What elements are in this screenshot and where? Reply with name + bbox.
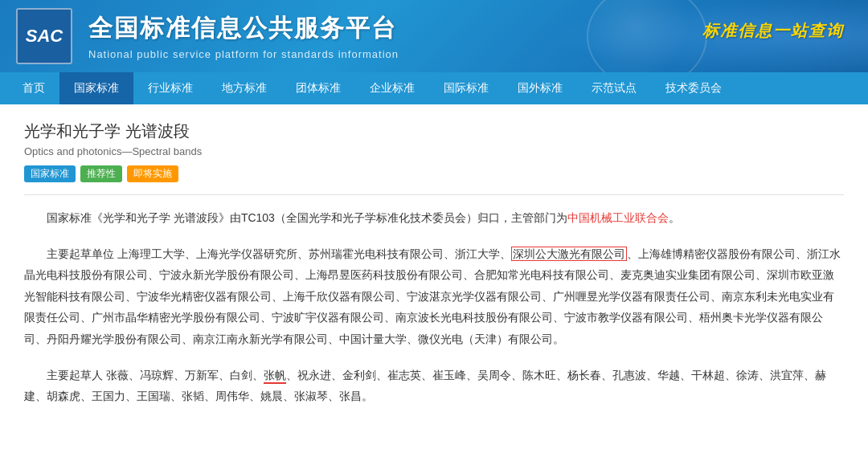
nav-item-international[interactable]: 国际标准 bbox=[429, 72, 503, 104]
divider-1 bbox=[24, 194, 844, 195]
nav-item-demo[interactable]: 示范试点 bbox=[577, 72, 651, 104]
paragraph-1-text: 国家标准《光学和光子学 光谱波段》由TC103（全国光学和光子学标准化技术委员会… bbox=[47, 211, 567, 224]
header-title-cn: 全国标准信息公共服务平台 bbox=[88, 12, 399, 45]
nav-item-national[interactable]: 国家标准 bbox=[59, 72, 133, 104]
nav-item-home[interactable]: 首页 bbox=[8, 72, 59, 104]
highlight-shenzhen: 深圳公大激光有限公司 bbox=[511, 247, 627, 261]
page-title-en: Optics and photonics—Spectral bands bbox=[24, 145, 844, 157]
sac-logo: SAC bbox=[16, 8, 72, 64]
badge-group: 国家标准 推荐性 即将实施 bbox=[24, 165, 844, 182]
badge-upcoming: 即将实施 bbox=[127, 165, 178, 182]
paragraph-3: 主要起草人 张薇、冯琼辉、万新军、白剑、张帆、祝永进、金利剑、崔志英、崔玉峰、吴… bbox=[24, 365, 844, 407]
header-slogan: 标准信息一站查询 bbox=[702, 20, 844, 42]
paragraph-2-rest: 、上海雄博精密仪器股份有限公司、浙江水晶光电科技股份有限公司、宁波永新光学股份有… bbox=[24, 247, 841, 345]
header-title-en: National public service platform for sta… bbox=[88, 48, 399, 60]
nav-item-committee[interactable]: 技术委员会 bbox=[651, 72, 736, 104]
content-area: 光学和光子学 光谱波段 Optics and photonics—Spectra… bbox=[0, 104, 868, 438]
nav-item-group[interactable]: 团体标准 bbox=[281, 72, 355, 104]
paragraph-1: 国家标准《光学和光子学 光谱波段》由TC103（全国光学和光子学标准化技术委员会… bbox=[24, 207, 844, 229]
link-machinery-union[interactable]: 中国机械工业联合会 bbox=[567, 211, 669, 224]
highlight-zhangfan: 张帆 bbox=[264, 369, 286, 384]
nav-item-industry[interactable]: 行业标准 bbox=[133, 72, 207, 104]
paragraph-2: 主要起草单位 上海理工大学、上海光学仪器研究所、苏州瑞霍光电科技有限公司、浙江大… bbox=[24, 243, 844, 350]
paragraph-2-prefix: 主要起草单位 上海理工大学、上海光学仪器研究所、苏州瑞霍光电科技有限公司、浙江大… bbox=[47, 247, 511, 260]
header-globe-decoration bbox=[587, 0, 707, 72]
badge-national: 国家标准 bbox=[24, 165, 76, 182]
paragraph-3-prefix: 主要起草人 张薇、冯琼辉、万新军、白剑、 bbox=[47, 369, 264, 381]
badge-recommended: 推荐性 bbox=[80, 165, 122, 182]
main-nav: 首页 国家标准 行业标准 地方标准 团体标准 企业标准 国际标准 国外标准 示范… bbox=[0, 72, 868, 104]
page-title-cn: 光学和光子学 光谱波段 bbox=[24, 120, 844, 142]
header: SAC 全国标准信息公共服务平台 National public service… bbox=[0, 0, 868, 72]
header-text: 全国标准信息公共服务平台 National public service pla… bbox=[88, 12, 399, 60]
paragraph-1-end: 。 bbox=[669, 211, 680, 224]
nav-item-enterprise[interactable]: 企业标准 bbox=[355, 72, 429, 104]
nav-item-local[interactable]: 地方标准 bbox=[207, 72, 281, 104]
nav-item-foreign[interactable]: 国外标准 bbox=[503, 72, 577, 104]
